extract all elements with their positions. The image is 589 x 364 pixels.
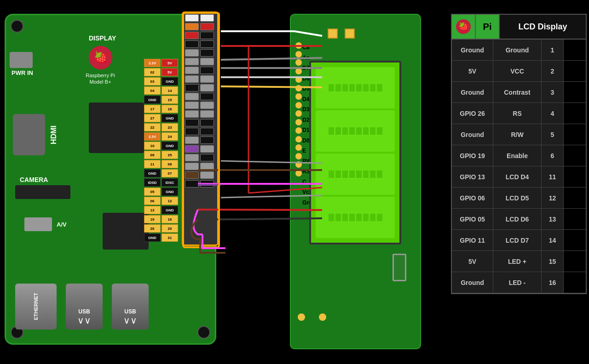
ref-cell-pi: 5V: [452, 61, 493, 81]
conn-pin: [200, 154, 214, 161]
gpio-pin-23: 23: [162, 123, 178, 131]
conn-pin-row: [185, 180, 215, 188]
ethernet-label: ETHERNET: [33, 293, 39, 320]
conn-pin: [200, 40, 214, 48]
lcd-top-squares: [328, 28, 355, 39]
lcd-pin-dot-An: [295, 51, 302, 57]
av-port: [24, 217, 52, 231]
conn-pin: [200, 75, 214, 83]
ref-cell-lcd: LCD D7: [493, 230, 542, 250]
ref-cell-pi: GPIO 19: [452, 145, 493, 166]
gpio-pin-04: 04: [144, 86, 161, 95]
gpio-pin-27: 27: [144, 114, 161, 122]
lcd-pin-dot-D3: [295, 93, 302, 100]
ref-row: GroundLED -16: [452, 272, 586, 293]
gpio-pin-09: 09: [144, 151, 161, 159]
conn-pin: [185, 136, 199, 144]
ref-cell-num: 4: [542, 103, 564, 124]
lcd-pin-dot-Ca: [295, 42, 302, 49]
conn-pin-row: [185, 154, 215, 161]
gpio-pin-5V: 5V: [162, 59, 178, 67]
conn-pin: [200, 58, 214, 65]
conn-pin: [185, 84, 199, 91]
gpio-pin-06: 06: [144, 197, 161, 205]
gpio-pin-21: 21: [162, 233, 178, 242]
ref-cell-num: 1: [542, 40, 564, 60]
gpio-pin-15: 15: [162, 96, 178, 104]
conn-pin-row: [185, 40, 215, 48]
lcd-row-4: [316, 197, 395, 238]
conn-pin: [200, 32, 214, 39]
usb-fork-icon-1: ∨∨: [77, 315, 91, 326]
chip-2: [103, 213, 149, 250]
svg-text:🍓: 🍓: [458, 22, 469, 32]
conn-pin: [185, 49, 199, 57]
ref-cell-pi: Ground: [452, 82, 493, 102]
ref-pi-logo: 🍓: [452, 15, 476, 39]
gpio-pin-GND: GND: [162, 188, 178, 196]
ref-cell-num: 3: [542, 82, 564, 102]
ref-cell-pi: 5V: [452, 251, 493, 272]
pwr-label: PWR IN: [12, 69, 33, 76]
ref-row: GPIO 11LCD D714: [452, 230, 586, 251]
lcd-row-3: [316, 154, 395, 195]
usb1-label: USB: [78, 308, 90, 315]
ref-cell-num: 11: [542, 166, 564, 187]
conn-pin-row: [185, 32, 215, 39]
rpi-model-text: Raspberry Pi Model B+: [86, 72, 115, 85]
lcd-pin-dot-D0: [295, 119, 302, 125]
ref-cell-num: 5: [542, 124, 564, 145]
lcd-top-sq-2: [345, 28, 355, 39]
conn-pin-row: [185, 163, 215, 170]
lcd-pin-dot-RS: [295, 144, 302, 151]
conn-pin: [185, 23, 199, 30]
ref-cell-lcd: R/W: [493, 124, 542, 145]
gpio-pin-10: 10: [144, 142, 161, 150]
ref-row: GroundR/W5: [452, 124, 586, 145]
gpio-pin-26: 26: [144, 224, 161, 233]
ref-pi-label: Pi: [476, 15, 500, 39]
ref-cell-num: 15: [542, 251, 564, 272]
ref-row: GPIO 19Enable6: [452, 145, 586, 166]
corner-screw-tl: [11, 20, 23, 33]
gpio-pin-12: 12: [162, 197, 178, 205]
ref-cell-lcd: VCC: [493, 61, 542, 81]
ref-cell-pi: GPIO 05: [452, 209, 493, 229]
lcd-screen: [309, 61, 401, 245]
gpio-pin-05: 05: [144, 188, 161, 196]
rpi-logo-icon: 🍓: [88, 45, 113, 70]
ref-cell-num: 16: [542, 272, 564, 293]
gpio-pin-02: 02: [144, 68, 161, 76]
camera-label: CAMERA: [20, 176, 48, 183]
conn-pin: [200, 171, 214, 179]
conn-pin-row: [185, 93, 215, 100]
conn-pin: [185, 93, 199, 100]
conn-pin-row: [185, 171, 215, 179]
conn-pin: [185, 154, 199, 161]
pwr-port: [10, 52, 33, 68]
chip-1: [89, 102, 144, 153]
ref-cell-lcd: LCD D4: [493, 166, 542, 187]
conn-pin: [185, 32, 199, 39]
gpio-pin-18: 18: [162, 105, 178, 113]
lcd-row-2: [316, 110, 395, 152]
ref-row: GPIO 05LCD D613: [452, 209, 586, 230]
ref-cell-pi: GPIO 06: [452, 188, 493, 208]
gpio-pin-11: 11: [144, 160, 161, 168]
conn-pin-row: [185, 110, 215, 118]
ref-lcd-title: LCD Display: [500, 15, 586, 39]
lcd-pin-dot-D1: [295, 110, 302, 117]
gpio-pin-3.3V: 3.3V: [144, 132, 161, 141]
ref-cell-pi: GPIO 26: [452, 103, 493, 124]
ref-row: GPIO 26RS4: [452, 103, 586, 124]
usb-port-2: USB ∨∨: [112, 284, 149, 330]
ref-row: GPIO 13LCD D411: [452, 166, 586, 188]
lcd-pin-dot-RW: [295, 136, 302, 142]
lcd-dot-2: [319, 313, 326, 321]
gpio-pin-17: 17: [144, 105, 161, 113]
potentiometer: [393, 254, 406, 281]
conn-pin: [200, 163, 214, 170]
ref-cell-lcd: LCD D5: [493, 188, 542, 208]
conn-pin: [185, 163, 199, 170]
hdmi-port: [13, 114, 45, 155]
